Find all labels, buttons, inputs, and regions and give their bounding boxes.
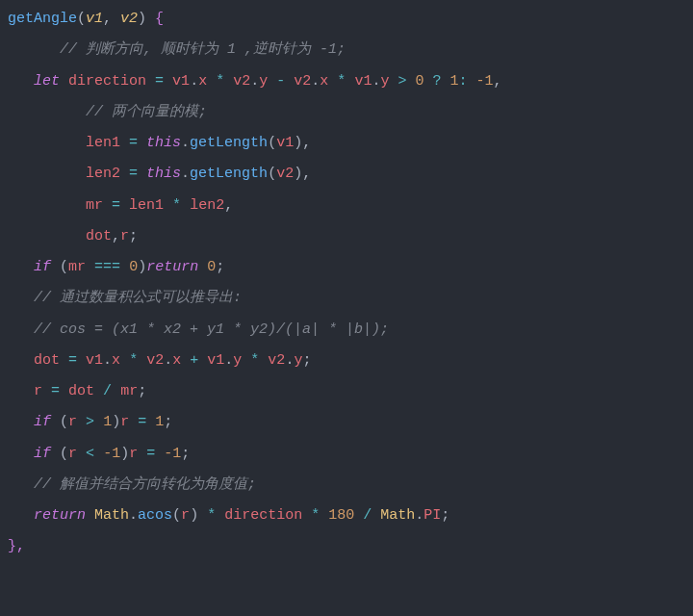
comment: // 判断方向, 顺时针为 1 ,逆时针为 -1; [60, 41, 346, 58]
comment: // 两个向量的模; [86, 104, 207, 120]
code-block: getAngle(v1, v2) { // 判断方向, 顺时针为 1 ,逆时针为… [0, 0, 693, 567]
closing-brace: }, [8, 538, 25, 554]
param-v1: v1 [86, 11, 103, 27]
comment: // 通过数量积公式可以推导出: [34, 290, 242, 306]
comment: // 解值并结合方向转化为角度值; [34, 476, 256, 493]
function-name: getAngle [8, 11, 77, 27]
comment: // cos = (x1 * x2 + y1 * y2)/(|a| * |b|)… [34, 321, 389, 338]
param-v2: v2 [120, 11, 138, 27]
